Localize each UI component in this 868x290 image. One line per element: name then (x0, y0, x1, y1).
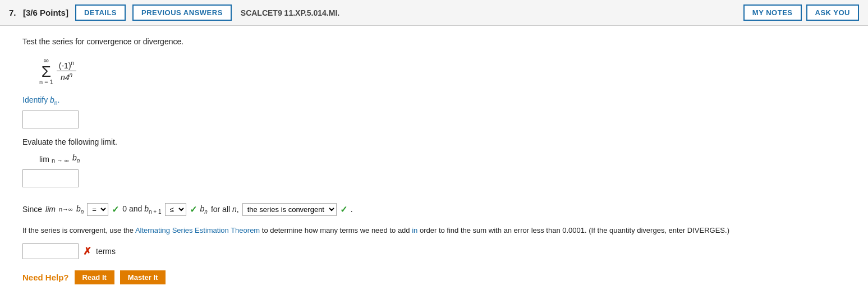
zero-and-text: 0 and bn + 1 (122, 204, 161, 215)
b-n-for-all: bn (200, 204, 208, 215)
convergent-dropdown[interactable]: the series is convergent the series is d… (242, 203, 337, 216)
b-n-label: bn (76, 204, 84, 215)
read-it-button[interactable]: Read It (75, 270, 114, 284)
need-help-row: Need Help? Read It Master It (22, 270, 846, 284)
convergence-note: If the series is convergent, use the Alt… (22, 225, 846, 237)
terms-row: ✗ terms (22, 243, 846, 259)
problem-instruction: Test the series for convergence or diver… (22, 37, 846, 46)
evaluate-label: Evaluate the following limit. (22, 137, 846, 146)
main-content: Test the series for convergence or diver… (0, 26, 868, 290)
points-text: [3/6 Points] (23, 8, 68, 17)
check-icon-3: ✓ (340, 204, 347, 215)
leq-dropdown[interactable]: ≤ ≥ < > (165, 203, 186, 216)
previous-answers-button[interactable]: PREVIOUS ANSWERS (132, 4, 232, 21)
q-num-text: 7. (9, 8, 16, 17)
right-buttons: MY NOTES ASK YOU (743, 4, 859, 21)
series-fraction: (-1)n n4n (57, 60, 76, 81)
since-row: Since lim n→∞ bn = ≠ ✓ 0 and bn + 1 ≤ ≥ … (22, 203, 846, 216)
limit-expression: lim n → ∞ bn (39, 153, 846, 164)
lim-sub-label: n→∞ (59, 206, 73, 213)
master-it-button[interactable]: Master It (120, 270, 166, 284)
for-all-n: for all n, (211, 205, 239, 214)
series-formula: ∞ Σ n = 1 (-1)n n4n (39, 56, 846, 85)
equals-dropdown[interactable]: = ≠ (87, 203, 108, 216)
ask-you-button[interactable]: ASK YOU (806, 4, 860, 21)
summation-symbol: ∞ Σ n = 1 (39, 56, 53, 85)
since-text: Since (22, 205, 42, 214)
check-icon-1: ✓ (112, 204, 119, 215)
problem-code: SCALCET9 11.XP.5.014.MI. (241, 8, 339, 17)
terms-input[interactable] (22, 243, 79, 259)
b-n-input[interactable] (22, 111, 79, 128)
x-mark-icon: ✗ (83, 245, 91, 257)
top-bar: 7. [3/6 Points] DETAILS PREVIOUS ANSWERS… (0, 0, 868, 26)
limit-input[interactable] (22, 169, 79, 187)
identify-label: Identify bn. (22, 95, 846, 106)
check-icon-2: ✓ (190, 204, 197, 215)
details-button[interactable]: DETAILS (75, 4, 126, 21)
lim-label: lim (45, 205, 56, 214)
need-help-label: Need Help? (22, 273, 69, 282)
my-notes-button[interactable]: MY NOTES (743, 4, 802, 21)
dot: . (351, 205, 353, 214)
theorem-link[interactable]: Alternating Series Estimation Theorem (135, 226, 260, 234)
terms-label: terms (96, 247, 116, 256)
question-number: 7. [3/6 Points] (9, 8, 68, 17)
